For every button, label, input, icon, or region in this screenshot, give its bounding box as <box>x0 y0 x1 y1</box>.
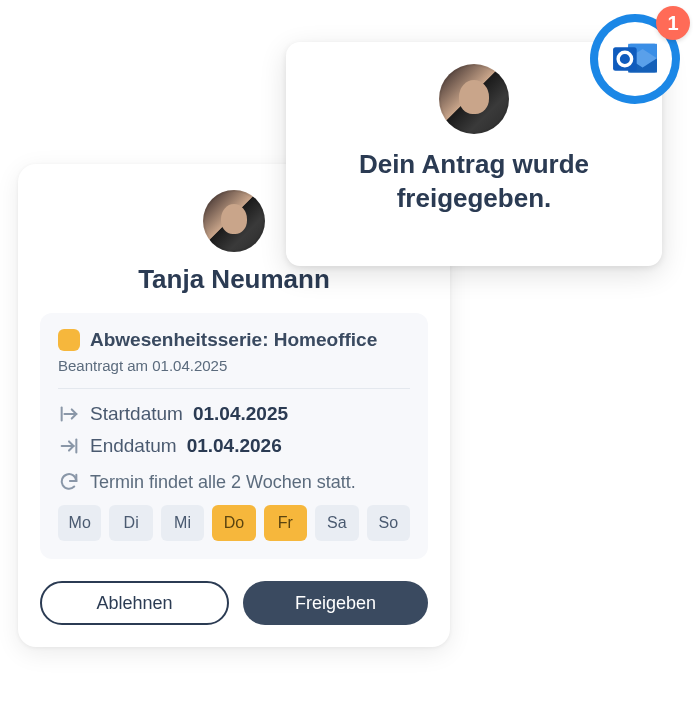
start-date-value: 01.04.2025 <box>193 403 288 425</box>
day-row: MoDiMiDoFrSaSo <box>58 505 410 541</box>
recurrence-row: Termin findet alle 2 Wochen statt. <box>58 471 410 493</box>
recurrence-text: Termin findet alle 2 Wochen statt. <box>90 472 356 493</box>
approve-button[interactable]: Freigeben <box>243 581 428 625</box>
avatar <box>203 190 265 252</box>
reject-button[interactable]: Ablehnen <box>40 581 229 625</box>
button-row: Ablehnen Freigeben <box>40 581 428 625</box>
notification-count-badge: 1 <box>656 6 690 40</box>
outlook-icon <box>608 32 662 86</box>
person-name: Tanja Neumann <box>40 264 428 295</box>
end-date-row: Enddatum 01.04.2026 <box>58 435 410 457</box>
series-color-chip <box>58 329 80 351</box>
start-arrow-icon <box>58 403 80 425</box>
start-date-label: Startdatum <box>90 403 183 425</box>
day-chip[interactable]: Fr <box>264 505 307 541</box>
day-chip[interactable]: Di <box>109 505 152 541</box>
notification-text: Dein Antrag wurde freigegeben. <box>359 148 589 216</box>
end-arrow-icon <box>58 435 80 457</box>
notification-line1: Dein Antrag wurde <box>359 149 589 179</box>
day-chip[interactable]: Mo <box>58 505 101 541</box>
recurrence-icon <box>58 471 80 493</box>
series-title: Abwesenheitsserie: Homeoffice <box>90 329 377 351</box>
notification-line2: freigegeben. <box>397 183 552 213</box>
day-chip[interactable]: Mi <box>161 505 204 541</box>
avatar <box>439 64 509 134</box>
end-date-label: Enddatum <box>90 435 177 457</box>
divider <box>58 388 410 389</box>
day-chip[interactable]: Sa <box>315 505 358 541</box>
day-chip[interactable]: Do <box>212 505 255 541</box>
series-header: Abwesenheitsserie: Homeoffice <box>58 329 410 351</box>
day-chip[interactable]: So <box>367 505 410 541</box>
start-date-row: Startdatum 01.04.2025 <box>58 403 410 425</box>
requested-on-label: Beantragt am 01.04.2025 <box>58 357 410 374</box>
end-date-value: 01.04.2026 <box>187 435 282 457</box>
details-panel: Abwesenheitsserie: Homeoffice Beantragt … <box>40 313 428 559</box>
